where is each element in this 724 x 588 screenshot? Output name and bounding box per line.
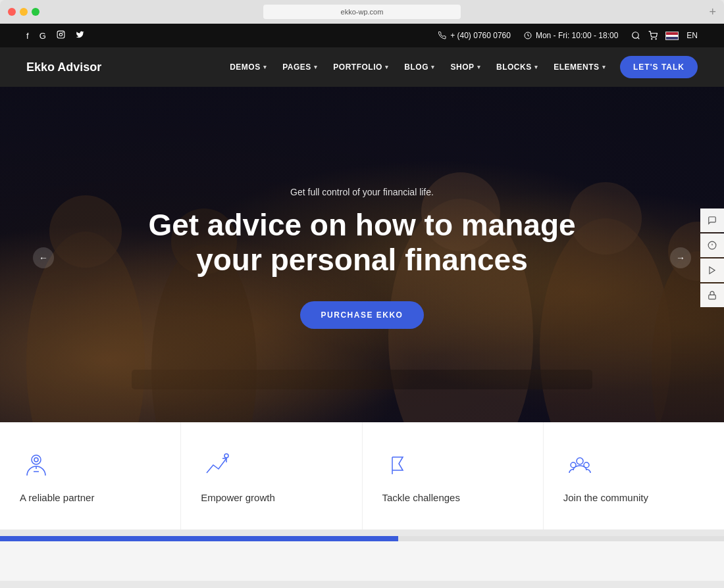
dot-green[interactable] bbox=[32, 8, 39, 16]
search-icon[interactable] bbox=[631, 31, 640, 40]
google-icon[interactable]: G bbox=[39, 31, 46, 41]
svg-point-2 bbox=[62, 32, 63, 34]
svg-point-1 bbox=[59, 33, 62, 36]
hero-prev-button[interactable]: ← bbox=[33, 247, 54, 268]
bottom-area bbox=[0, 541, 724, 581]
play-tool[interactable] bbox=[700, 258, 724, 282]
topbar-right: + (40) 0760 0760 Mon - Fri: 10:00 - 18:0… bbox=[438, 31, 698, 40]
address-bar[interactable]: ekko-wp.com bbox=[263, 5, 461, 19]
chevron-down-icon: ▾ bbox=[314, 64, 318, 70]
phone-icon bbox=[438, 32, 446, 39]
svg-point-24 bbox=[32, 455, 41, 464]
main-nav: DEMOS ▾ PAGES ▾ PORTFOLIO ▾ BLOG ▾ SHOP … bbox=[223, 56, 698, 78]
feature-label-challenges: Tackle challenges bbox=[382, 492, 460, 503]
svg-rect-23 bbox=[709, 295, 716, 299]
hero-title: Get advice on how to manage your persona… bbox=[145, 208, 579, 278]
challenges-icon bbox=[382, 449, 415, 481]
partner-icon bbox=[20, 449, 53, 481]
url-text: ekko-wp.com bbox=[341, 8, 384, 16]
features-section: A reliable partner Empower growth Tackle… bbox=[0, 422, 724, 529]
nav-elements[interactable]: ELEMENTS ▾ bbox=[547, 57, 612, 77]
chevron-down-icon: ▾ bbox=[431, 64, 435, 70]
community-icon bbox=[563, 449, 596, 481]
hours-info: Mon - Fri: 10:00 - 18:00 bbox=[524, 31, 618, 40]
hero-content: Get full control of your financial life.… bbox=[0, 87, 724, 429]
flag-icon bbox=[665, 32, 679, 40]
feature-card-challenges: Tackle challenges bbox=[363, 422, 544, 529]
hero-next-button[interactable]: → bbox=[670, 247, 691, 268]
nav-blocks[interactable]: BLOCKS ▾ bbox=[490, 57, 544, 77]
hours-text: Mon - Fri: 10:00 - 18:00 bbox=[536, 31, 618, 40]
feature-label-growth: Empower growth bbox=[201, 492, 275, 503]
dot-red[interactable] bbox=[8, 8, 16, 16]
svg-point-30 bbox=[577, 458, 583, 464]
chevron-down-icon: ▾ bbox=[534, 64, 538, 70]
cta-button[interactable]: LET'S TALK bbox=[620, 56, 698, 78]
chevron-down-icon: ▾ bbox=[263, 64, 267, 70]
growth-icon bbox=[201, 449, 234, 481]
svg-point-4 bbox=[633, 32, 638, 38]
hero-cta-button[interactable]: PURCHASE EKKO bbox=[300, 301, 425, 329]
topbar-actions: EN bbox=[631, 31, 698, 40]
svg-point-7 bbox=[656, 39, 656, 39]
website-content: f G + (40) 0760 0760 bbox=[0, 24, 724, 588]
svg-line-5 bbox=[638, 37, 640, 39]
svg-rect-0 bbox=[57, 31, 65, 38]
brand-logo[interactable]: Ekko Advisor bbox=[26, 61, 101, 74]
instagram-icon[interactable] bbox=[57, 30, 65, 41]
nav-blog[interactable]: BLOG ▾ bbox=[398, 57, 441, 77]
phone-number: + (40) 0760 0760 bbox=[450, 31, 511, 40]
browser-chrome: ekko-wp.com + bbox=[0, 0, 724, 24]
navbar: Ekko Advisor DEMOS ▾ PAGES ▾ PORTFOLIO ▾… bbox=[0, 47, 724, 87]
chevron-down-icon: ▾ bbox=[385, 64, 389, 70]
lang-label[interactable]: EN bbox=[686, 31, 698, 40]
feature-label-partner: A reliable partner bbox=[20, 492, 94, 503]
svg-point-25 bbox=[34, 458, 38, 462]
feature-card-community: Join the community bbox=[544, 422, 724, 529]
nav-pages[interactable]: PAGES ▾ bbox=[276, 57, 324, 77]
info-tool[interactable] bbox=[700, 233, 724, 257]
chat-tool[interactable] bbox=[700, 208, 724, 232]
twitter-icon[interactable] bbox=[76, 30, 84, 41]
chevron-down-icon: ▾ bbox=[602, 64, 606, 70]
nav-demos[interactable]: DEMOS ▾ bbox=[223, 57, 273, 77]
topbar-social-links: f G bbox=[26, 30, 84, 41]
browser-dots bbox=[8, 8, 39, 16]
nav-shop[interactable]: SHOP ▾ bbox=[444, 57, 488, 77]
chevron-down-icon: ▾ bbox=[477, 64, 481, 70]
side-tools bbox=[700, 208, 724, 307]
feature-card-partner: A reliable partner bbox=[0, 422, 181, 529]
facebook-icon[interactable]: f bbox=[26, 31, 29, 41]
new-tab-button[interactable]: + bbox=[709, 6, 716, 18]
hero-section: Get full control of your financial life.… bbox=[0, 87, 724, 429]
feature-card-growth: Empower growth bbox=[181, 422, 362, 529]
svg-marker-22 bbox=[710, 267, 715, 274]
bottom-progress-bar bbox=[0, 536, 724, 541]
svg-point-28 bbox=[224, 454, 228, 458]
dot-yellow[interactable] bbox=[20, 8, 28, 16]
hero-subtitle: Get full control of your financial life. bbox=[290, 187, 434, 197]
phone-info: + (40) 0760 0760 bbox=[438, 31, 511, 40]
lock-tool[interactable] bbox=[700, 283, 724, 307]
topbar: f G + (40) 0760 0760 bbox=[0, 24, 724, 47]
feature-label-community: Join the community bbox=[563, 492, 648, 503]
svg-point-6 bbox=[652, 39, 652, 39]
nav-portfolio[interactable]: PORTFOLIO ▾ bbox=[326, 57, 395, 77]
cart-icon[interactable] bbox=[648, 31, 658, 40]
clock-icon bbox=[524, 32, 532, 39]
